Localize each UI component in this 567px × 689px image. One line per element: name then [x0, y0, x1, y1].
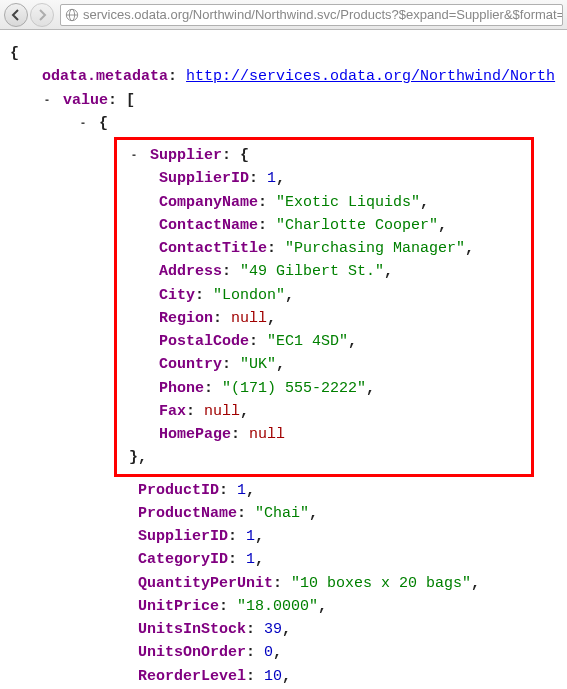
supplier-field: Address: "49 Gilbert St.",: [123, 260, 531, 283]
collapse-toggle-icon[interactable]: -: [42, 91, 52, 110]
product-field: UnitPrice: "18.0000",: [10, 595, 567, 618]
forward-button[interactable]: [30, 3, 54, 27]
metadata-row: odata.metadata: http://services.odata.or…: [10, 65, 567, 88]
product-field: ProductID: 1,: [10, 479, 567, 502]
supplier-field: Country: "UK",: [123, 353, 531, 376]
address-bar[interactable]: services.odata.org/Northwind/Northwind.s…: [60, 4, 563, 26]
supplier-field: PostalCode: "EC1 4SD",: [123, 330, 531, 353]
supplier-field: HomePage: null: [123, 423, 531, 446]
arrow-left-icon: [10, 9, 22, 21]
product-field: ReorderLevel: 10,: [10, 665, 567, 688]
supplier-field: ContactName: "Charlotte Cooper",: [123, 214, 531, 237]
metadata-link[interactable]: http://services.odata.org/Northwind/Nort…: [186, 68, 555, 85]
product-field: UnitsOnOrder: 0,: [10, 641, 567, 664]
supplier-field: Phone: "(171) 555-2222",: [123, 377, 531, 400]
json-viewer: { odata.metadata: http://services.odata.…: [0, 30, 567, 689]
supplier-field: Region: null,: [123, 307, 531, 330]
supplier-close: },: [123, 446, 531, 469]
arrow-right-icon: [36, 9, 48, 21]
collapse-toggle-icon[interactable]: -: [78, 114, 88, 133]
back-button[interactable]: [4, 3, 28, 27]
globe-icon: [65, 8, 79, 22]
array-item-open: - {: [10, 112, 567, 135]
product-field: CategoryID: 1,: [10, 548, 567, 571]
supplier-highlight-box: - Supplier: { SupplierID: 1, CompanyName…: [114, 137, 534, 477]
supplier-field: SupplierID: 1,: [123, 167, 531, 190]
supplier-field: City: "London",: [123, 284, 531, 307]
url-text: services.odata.org/Northwind/Northwind.s…: [83, 7, 563, 22]
supplier-field: ContactTitle: "Purchasing Manager",: [123, 237, 531, 260]
product-field: QuantityPerUnit: "10 boxes x 20 bags",: [10, 572, 567, 595]
supplier-field: Fax: null,: [123, 400, 531, 423]
collapse-toggle-icon[interactable]: -: [129, 146, 139, 165]
json-open-brace: {: [10, 42, 567, 65]
browser-toolbar: services.odata.org/Northwind/Northwind.s…: [0, 0, 567, 30]
supplier-field: CompanyName: "Exotic Liquids",: [123, 191, 531, 214]
product-field: ProductName: "Chai",: [10, 502, 567, 525]
product-field: UnitsInStock: 39,: [10, 618, 567, 641]
product-field: SupplierID: 1,: [10, 525, 567, 548]
value-row: - value: [: [10, 89, 567, 112]
supplier-open: - Supplier: {: [123, 144, 531, 167]
